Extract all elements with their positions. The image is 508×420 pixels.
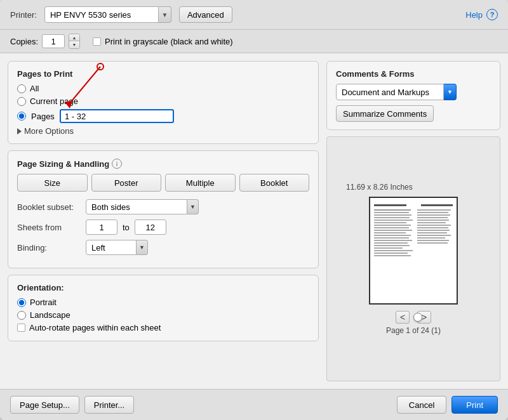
more-options-triangle-icon <box>17 128 22 135</box>
help-area[interactable]: Help ? <box>465 9 498 20</box>
copies-stepper-down[interactable]: ▼ <box>69 41 79 48</box>
sheets-row: Sheets from to <box>17 220 309 235</box>
printer-select[interactable]: HP ENVY 5530 series <box>44 6 159 23</box>
print-button[interactable]: Print <box>451 396 498 414</box>
binding-label: Binding: <box>17 243 81 253</box>
advanced-button[interactable]: Advanced <box>179 6 232 23</box>
sizing-section: Page Sizing & Handling i Size Poster Mul… <box>8 150 319 268</box>
copies-stepper-up[interactable]: ▲ <box>69 34 79 41</box>
portrait-radio[interactable] <box>17 298 26 307</box>
sizing-buttons: Size Poster Multiple Booklet <box>17 174 309 192</box>
pages-label: Pages <box>31 112 55 121</box>
grayscale-label: Print in grayscale (black and white) <box>105 37 233 46</box>
sizing-title: Page Sizing & Handling <box>17 159 109 169</box>
printer-select-arrow-icon[interactable]: ▼ <box>159 6 171 23</box>
preview-page-inner <box>374 202 453 299</box>
binding-arrow-icon[interactable]: ▼ <box>137 240 148 255</box>
booklet-subset-label: Booklet subset: <box>17 202 81 212</box>
orientation-section: Orientation: Portrait Landscape Auto-rot… <box>8 275 319 341</box>
booklet-subset-row: Booklet subset: Both sides ▼ <box>17 199 309 214</box>
booklet-subset-arrow-icon[interactable]: ▼ <box>187 199 199 214</box>
binding-select[interactable]: Left <box>86 240 137 255</box>
pages-radio[interactable] <box>17 112 26 121</box>
sizing-info-icon[interactable]: i <box>112 159 122 169</box>
preview-area: 11.69 x 8.26 Inches <box>326 136 500 381</box>
current-page-radio-row: Current page <box>17 96 309 106</box>
grayscale-checkbox[interactable] <box>93 37 101 46</box>
second-row: Copies: ▲ ▼ Print in grayscale (black an… <box>0 30 508 53</box>
page-indicator: Page 1 of 24 (1) <box>386 326 441 335</box>
sheets-from-label: Sheets from <box>17 223 81 232</box>
current-page-radio[interactable] <box>17 97 26 106</box>
poster-button[interactable]: Poster <box>91 174 162 192</box>
comments-section: Comments & Forms Document and Markups ▼ … <box>326 61 500 130</box>
preview-size-label: 11.69 x 8.26 Inches <box>346 183 413 192</box>
copies-wrap: Copies: ▲ ▼ <box>10 34 80 49</box>
booklet-button[interactable]: Booklet <box>239 174 310 192</box>
pages-input-row: Pages <box>17 109 309 123</box>
all-radio[interactable] <box>17 84 26 93</box>
sheets-to-input[interactable] <box>135 220 166 235</box>
size-button[interactable]: Size <box>17 174 88 192</box>
landscape-label: Landscape <box>30 310 70 320</box>
right-panel: Comments & Forms Document and Markups ▼ … <box>326 61 500 381</box>
current-page-label: Current page <box>30 96 78 106</box>
copies-stepper[interactable]: ▲ ▼ <box>69 34 80 49</box>
pages-title: Pages to Print <box>17 69 309 79</box>
portrait-label: Portrait <box>30 298 57 307</box>
booklet-subset-dropdown: Both sides ▼ <box>86 199 199 214</box>
copies-input[interactable] <box>42 34 65 48</box>
comments-title: Comments & Forms <box>336 69 491 79</box>
copies-label: Copies: <box>10 37 38 46</box>
landscape-row: Landscape <box>17 310 309 320</box>
pages-section: Pages to Print All Current page <box>8 61 319 144</box>
help-text: Help <box>465 10 483 20</box>
more-options-row[interactable]: More Options <box>17 126 309 136</box>
binding-dropdown: Left ▼ <box>86 240 148 255</box>
pages-text-input[interactable] <box>60 109 174 123</box>
auto-rotate-row: Auto-rotate pages within each sheet <box>17 323 309 332</box>
cancel-button[interactable]: Cancel <box>397 396 446 414</box>
comments-dropdown-wrap: Document and Markups ▼ <box>336 84 491 100</box>
printer-select-wrap: HP ENVY 5530 series ▼ <box>44 6 171 23</box>
all-radio-row: All <box>17 84 309 93</box>
top-bar: Printer: HP ENVY 5530 series ▼ Advanced … <box>0 0 508 30</box>
more-options-label: More Options <box>24 126 74 136</box>
sheets-to-label: to <box>123 223 130 232</box>
slider-thumb[interactable] <box>413 313 422 322</box>
slider-prev-icon[interactable]: < <box>396 311 410 324</box>
binding-row: Binding: Left ▼ <box>17 240 309 255</box>
booklet-subset-select[interactable]: Both sides <box>86 199 187 214</box>
help-icon[interactable]: ? <box>486 9 498 20</box>
bottom-bar: Page Setup... Printer... Cancel Print <box>0 389 508 420</box>
auto-rotate-label: Auto-rotate pages within each sheet <box>29 323 161 332</box>
comments-arrow-icon[interactable]: ▼ <box>444 84 457 100</box>
orientation-title: Orientation: <box>17 283 309 292</box>
auto-rotate-checkbox[interactable] <box>17 324 25 332</box>
main-content: Pages to Print All Current page <box>0 53 508 389</box>
printer-label: Printer: <box>10 10 37 20</box>
printer-button[interactable]: Printer... <box>84 396 134 414</box>
summarize-button[interactable]: Summarize Comments <box>336 105 434 122</box>
left-panel: Pages to Print All Current page <box>8 61 319 381</box>
sheets-from-input[interactable] <box>86 220 117 235</box>
landscape-radio[interactable] <box>17 311 26 320</box>
preview-slider-wrap: < > <box>396 311 431 324</box>
multiple-button[interactable]: Multiple <box>165 174 236 192</box>
grayscale-wrap: Print in grayscale (black and white) <box>93 37 233 46</box>
comments-select[interactable]: Document and Markups <box>336 84 444 100</box>
preview-page <box>369 197 458 305</box>
all-label: All <box>30 84 39 93</box>
portrait-row: Portrait <box>17 298 309 307</box>
page-setup-button[interactable]: Page Setup... <box>10 396 79 414</box>
